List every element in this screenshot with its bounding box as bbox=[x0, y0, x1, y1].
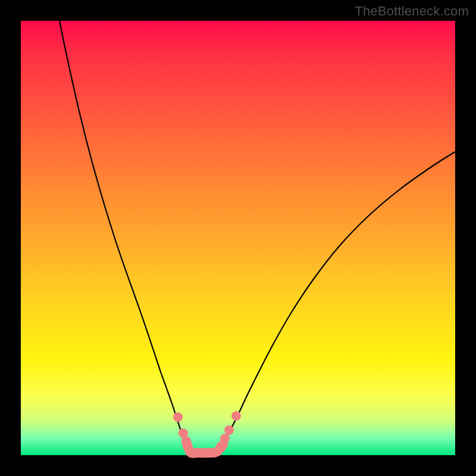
chart-frame: TheBottleneck.com bbox=[0, 0, 476, 476]
plot-area bbox=[21, 21, 455, 455]
curve-svg bbox=[21, 21, 455, 455]
left-curve bbox=[60, 21, 191, 453]
marker-dot bbox=[201, 448, 210, 458]
marker-dot bbox=[178, 428, 188, 438]
valley-markers bbox=[173, 411, 241, 458]
marker-dot bbox=[224, 425, 234, 435]
marker-dot bbox=[231, 411, 241, 421]
marker-dot bbox=[220, 434, 230, 443]
right-curve bbox=[217, 152, 455, 453]
marker-dot bbox=[192, 448, 202, 458]
marker-dot bbox=[173, 412, 183, 422]
marker-dot bbox=[216, 442, 226, 452]
watermark-text: TheBottleneck.com bbox=[355, 4, 469, 19]
